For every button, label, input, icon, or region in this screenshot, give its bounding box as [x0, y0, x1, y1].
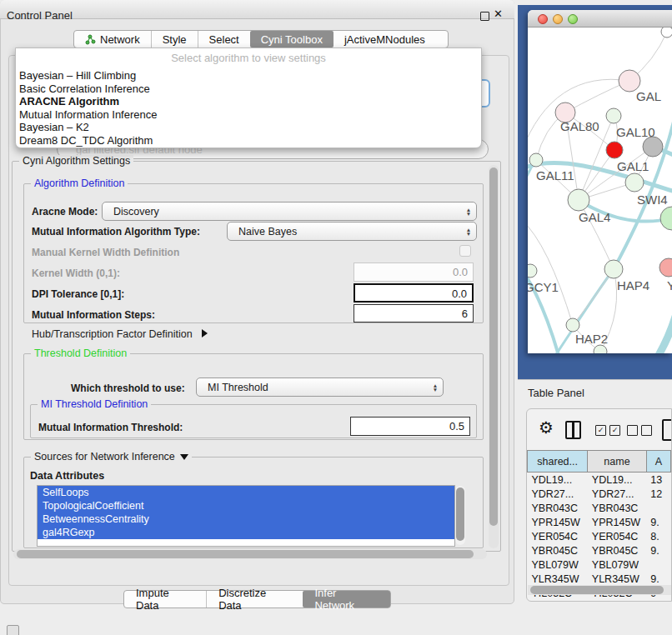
hub-tf-definition-toggle[interactable]: Hub/Transcription Factor Definition: [32, 328, 208, 340]
algorithm-dropdown-item[interactable]: Dream8 DC_TDC Algorithm: [19, 134, 478, 148]
table-cell: [646, 501, 670, 515]
gear-icon[interactable]: ⚙: [539, 418, 554, 438]
table-column-header[interactable]: A: [646, 451, 670, 472]
dpi-tolerance-input[interactable]: 0.0: [354, 283, 474, 302]
network-node[interactable]: [528, 264, 537, 278]
network-node-label: GAL1: [617, 159, 649, 173]
table-row[interactable]: YPR145WYPR145W9.: [528, 515, 671, 529]
zoom-traffic-light-icon[interactable]: [568, 14, 578, 24]
network-node[interactable]: [625, 173, 644, 192]
sources-title-row[interactable]: Sources for Network Inference: [31, 451, 192, 462]
algorithm-dropdown-item[interactable]: Bayesian – K2: [19, 121, 478, 134]
settings-horizontal-scrollbar-thumb[interactable]: [17, 550, 474, 558]
network-node-label: GAL80: [560, 119, 599, 133]
settings-horizontal-scrollbar[interactable]: [13, 549, 487, 559]
tab-infer-network[interactable]: Infer Network: [303, 591, 390, 608]
network-node[interactable]: [606, 108, 621, 123]
algorithm-dropdown-item[interactable]: ARACNE Algorithm: [19, 95, 478, 108]
tab-cyni-toolbox[interactable]: Cyni Toolbox: [250, 31, 333, 48]
which-threshold-combo[interactable]: MI Threshold ▲▼: [196, 378, 444, 397]
table-row[interactable]: YDL19...YDL19...13: [528, 472, 671, 488]
algorithm-dropdown-item[interactable]: Basic Correlation Inference: [19, 82, 478, 96]
threshold-definition-title: Threshold Definition: [31, 348, 130, 359]
tab-style[interactable]: Style: [151, 31, 198, 48]
table-cell: 13: [646, 472, 670, 488]
mi-threshold-definition-title: MI Threshold Definition: [38, 398, 151, 410]
settings-vertical-scrollbar[interactable]: [489, 165, 499, 548]
table-row[interactable]: YBR045CYBR045C9.: [528, 543, 671, 558]
table-horizontal-scrollbar[interactable]: [528, 585, 672, 595]
table-panel-divider: [518, 379, 672, 380]
deselect-all-columns-icon[interactable]: [627, 425, 652, 436]
select-all-columns-icon[interactable]: ✓ ✓: [595, 425, 620, 436]
table-cell: 12: [646, 487, 670, 501]
hub-tf-definition-label: Hub/Transcription Factor Definition: [32, 328, 193, 340]
network-node-label: GAL: [636, 89, 661, 103]
table-cell: 8.: [646, 529, 670, 543]
attributes-list-scrollbar-thumb[interactable]: [456, 488, 464, 541]
tab-network[interactable]: Network: [74, 31, 151, 48]
close-traffic-light-icon[interactable]: [538, 14, 548, 24]
document-icon[interactable]: [662, 419, 672, 441]
attributes-list-scrollbar[interactable]: [455, 486, 465, 545]
network-node[interactable]: [594, 345, 607, 353]
columns-icon[interactable]: [565, 421, 581, 439]
algorithm-dropdown-item[interactable]: Bayesian – Hill Climbing: [19, 69, 478, 82]
tab-network-label: Network: [100, 33, 140, 46]
mi-type-label: Mutual Information Algorithm Type:: [32, 226, 200, 238]
aracne-mode-combo[interactable]: Discovery ▲▼: [102, 202, 477, 221]
control-panel-titlebar[interactable]: [0, 0, 514, 19]
network-node[interactable]: [566, 318, 579, 332]
network-edge[interactable]: [640, 298, 672, 353]
table-row[interactable]: YBR043CYBR043C: [528, 501, 671, 515]
data-attributes-list[interactable]: SelfLoopsTopologicalCoefficientBetweenne…: [37, 485, 455, 547]
network-graph-canvas[interactable]: GALGAL80GAL10GAL1GAL11SWI4GAL4GCY1HAP4YH…: [528, 28, 672, 353]
mi-threshold-input[interactable]: 0.5: [350, 417, 470, 436]
node-attribute-table[interactable]: shared...nameAYDL19...YDL19...13YDR27...…: [527, 450, 671, 600]
algorithm-dropdown-item[interactable]: Mutual Information Inference: [19, 108, 478, 122]
mi-type-value: Naive Bayes: [228, 226, 461, 238]
table-horizontal-scrollbar-thumb[interactable]: [530, 586, 664, 594]
tab-infer-network-label: Infer Network: [314, 587, 379, 612]
network-node[interactable]: [643, 137, 663, 157]
data-attribute-item[interactable]: gal4RGexp: [38, 526, 454, 539]
minimize-traffic-light-icon[interactable]: [553, 14, 563, 24]
tab-impute-data[interactable]: Impute Data: [124, 591, 206, 608]
float-window-icon[interactable]: [480, 12, 489, 21]
network-node[interactable]: [606, 142, 623, 158]
table-row[interactable]: YER054CYER054C8.: [528, 529, 671, 543]
table-row[interactable]: YBL079WYBL079W: [528, 558, 671, 572]
table-cell: 9.: [646, 572, 670, 586]
data-attribute-item[interactable]: SelfLoops: [38, 486, 454, 499]
network-node[interactable]: [529, 153, 543, 167]
network-node[interactable]: [661, 28, 672, 38]
tab-select[interactable]: Select: [198, 31, 250, 48]
mi-type-combo[interactable]: Naive Bayes ▲▼: [227, 222, 477, 241]
mi-steps-input[interactable]: 6: [354, 304, 474, 322]
table-cell: YBR043C: [528, 501, 588, 515]
table-cell: YPR145W: [588, 515, 646, 529]
table-cell: YER054C: [588, 529, 646, 543]
sources-title: Sources for Network Inference: [34, 451, 175, 462]
table-cell: YDR27...: [588, 487, 646, 501]
table-row[interactable]: YLR345WYLR345W9.: [528, 572, 671, 586]
minimized-panel-icon[interactable]: [7, 625, 19, 635]
network-node[interactable]: [604, 260, 623, 278]
data-attribute-item[interactable]: TopologicalCoefficient: [38, 499, 454, 512]
table-column-header[interactable]: shared...: [528, 451, 588, 472]
network-node[interactable]: [660, 207, 672, 230]
settings-vertical-scrollbar-thumb[interactable]: [489, 168, 498, 526]
table-column-header[interactable]: name: [588, 451, 646, 472]
close-icon[interactable]: ✕: [494, 8, 503, 20]
network-window-titlebar[interactable]: [528, 10, 672, 28]
tab-discretize-data[interactable]: Discretize Data: [206, 591, 303, 608]
network-node[interactable]: [568, 189, 589, 211]
manual-kernel-checkbox[interactable]: [459, 245, 471, 257]
kernel-width-input[interactable]: 0.0: [354, 262, 474, 282]
network-node[interactable]: [659, 258, 672, 277]
tab-style-label: Style: [163, 33, 187, 46]
table-row[interactable]: YDR27...YDR27...12: [528, 487, 671, 501]
tab-jactivemnodules[interactable]: jActiveMNodules: [333, 31, 436, 48]
tab-discretize-data-label: Discretize Data: [218, 587, 291, 612]
data-attribute-item[interactable]: BetweennessCentrality: [38, 512, 454, 526]
